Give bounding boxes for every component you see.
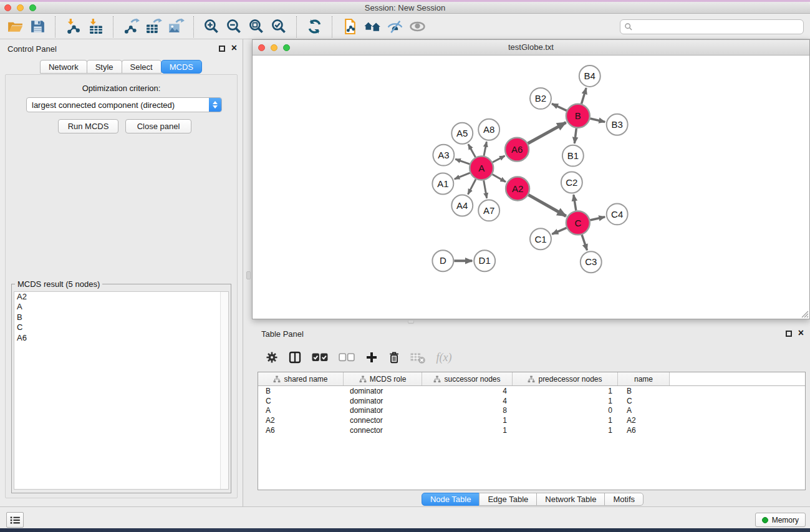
search-field[interactable] xyxy=(620,19,804,34)
column-header-mcds-role[interactable]: MCDS role xyxy=(344,372,422,385)
node-B4[interactable]: B4 xyxy=(579,65,600,87)
table-row[interactable]: Adominator80A xyxy=(258,405,805,415)
edge-A-A7[interactable] xyxy=(484,180,487,198)
edge-B-B3[interactable] xyxy=(590,118,605,122)
new-network-icon[interactable] xyxy=(339,17,361,37)
hide-details-icon[interactable] xyxy=(383,17,406,37)
node-B1[interactable]: B1 xyxy=(562,145,584,167)
network-graph[interactable]: AA1A3A5A8A4A7A6A2BB1B2B3B4CC1C2C3C4DD1 xyxy=(253,56,809,319)
open-session-icon[interactable] xyxy=(4,17,26,37)
import-table-icon[interactable] xyxy=(84,17,107,37)
edge-B-B4[interactable] xyxy=(582,88,587,104)
column-header-predecessor-nodes[interactable]: predecessor nodes xyxy=(513,372,618,385)
node-A3[interactable]: A3 xyxy=(433,145,454,166)
node-B3[interactable]: B3 xyxy=(607,114,628,135)
node-C[interactable]: C xyxy=(566,211,590,235)
show-details-icon[interactable] xyxy=(406,17,428,37)
tab-select[interactable]: Select xyxy=(122,60,162,74)
refresh-icon[interactable] xyxy=(303,17,325,37)
run-mcds-button[interactable]: Run MCDS xyxy=(58,119,118,133)
edge-A-A1[interactable] xyxy=(455,173,470,179)
node-A2[interactable]: A2 xyxy=(506,177,529,201)
mcds-result-item[interactable]: A2 xyxy=(14,292,228,302)
export-network-icon[interactable] xyxy=(120,17,142,37)
tab-edge-table[interactable]: Edge Table xyxy=(479,493,537,506)
node-C2[interactable]: C2 xyxy=(561,172,582,193)
edge-B-B1[interactable] xyxy=(574,128,576,143)
edge-A-A8[interactable] xyxy=(484,142,486,156)
minimize-network-window-button[interactable] xyxy=(271,44,277,51)
mcds-result-item[interactable]: C xyxy=(14,322,228,332)
edge-C-C3[interactable] xyxy=(582,235,587,250)
node-A1[interactable]: A1 xyxy=(432,173,453,195)
table-row[interactable]: A6connector11A6 xyxy=(258,425,805,435)
add-column-icon[interactable] xyxy=(365,349,378,365)
table-row[interactable]: A2connector11A2 xyxy=(258,415,805,425)
show-columns-icon[interactable] xyxy=(289,349,301,365)
node-A6[interactable]: A6 xyxy=(505,138,529,162)
memory-button[interactable]: Memory xyxy=(755,513,806,527)
table-row[interactable]: Cdominator41C xyxy=(258,396,805,406)
node-A5[interactable]: A5 xyxy=(451,123,473,144)
edge-C-C4[interactable] xyxy=(590,217,605,220)
select-all-icon[interactable] xyxy=(312,349,328,365)
import-network-icon[interactable] xyxy=(62,17,84,37)
mcds-result-list[interactable]: A2ABCA6 xyxy=(14,291,229,490)
node-C1[interactable]: C1 xyxy=(530,228,551,249)
column-header-shared-name[interactable]: shared name xyxy=(258,372,344,385)
edge-A2-C[interactable] xyxy=(528,195,566,216)
network-canvas[interactable]: AA1A3A5A8A4A7A6A2BB1B2B3B4CC1C2C3C4DD1 xyxy=(253,56,809,319)
edge-A-A3[interactable] xyxy=(455,159,470,164)
tab-node-table[interactable]: Node Table xyxy=(422,493,480,506)
edge-B-B2[interactable] xyxy=(552,104,567,110)
tab-network-table[interactable]: Network Table xyxy=(536,493,605,506)
edge-A-A4[interactable] xyxy=(468,179,476,194)
edge-A6-B[interactable] xyxy=(528,122,566,143)
mcds-list-scrollbar[interactable] xyxy=(220,292,228,489)
save-session-icon[interactable] xyxy=(26,17,49,37)
node-D[interactable]: D xyxy=(432,250,453,271)
zoom-out-icon[interactable] xyxy=(223,17,245,37)
node-C3[interactable]: C3 xyxy=(581,251,602,273)
zoom-network-window-button[interactable] xyxy=(283,44,290,51)
column-header-name[interactable]: name xyxy=(618,372,670,385)
close-panel-icon[interactable] xyxy=(231,44,237,52)
tab-style[interactable]: Style xyxy=(87,60,122,74)
delete-column-icon[interactable] xyxy=(388,349,400,365)
network-window-titlebar[interactable]: testGlobe.txt xyxy=(253,40,809,56)
edge-A-A2[interactable] xyxy=(493,174,506,181)
node-B2[interactable]: B2 xyxy=(530,88,551,109)
node-D1[interactable]: D1 xyxy=(474,250,495,271)
float-table-panel-icon[interactable] xyxy=(786,331,792,337)
export-table-icon[interactable] xyxy=(142,17,165,37)
zoom-selected-icon[interactable] xyxy=(268,17,290,37)
zoom-in-icon[interactable] xyxy=(200,17,223,37)
close-window-button[interactable] xyxy=(4,4,11,11)
table-mode-icon[interactable] xyxy=(266,349,278,365)
node-A[interactable]: A xyxy=(470,157,493,180)
mcds-result-item[interactable]: B xyxy=(14,312,228,322)
home-icon[interactable] xyxy=(361,17,383,37)
edge-A-A6[interactable] xyxy=(493,156,505,162)
edge-C-C2[interactable] xyxy=(574,195,576,210)
edge-C-C1[interactable] xyxy=(552,228,566,234)
edge-A-A5[interactable] xyxy=(468,144,476,157)
zoom-fit-icon[interactable] xyxy=(245,17,268,37)
deselect-all-icon[interactable] xyxy=(339,349,355,365)
tab-motifs[interactable]: Motifs xyxy=(604,493,644,506)
tab-network[interactable]: Network xyxy=(40,60,87,74)
node-A4[interactable]: A4 xyxy=(451,195,473,216)
resize-grip-icon[interactable] xyxy=(801,310,809,318)
tab-mcds[interactable]: MCDS xyxy=(161,60,202,74)
close-panel-button[interactable]: Close panel xyxy=(125,119,191,133)
float-panel-icon[interactable] xyxy=(219,46,225,52)
mcds-result-item[interactable]: A6 xyxy=(14,333,228,343)
export-image-icon[interactable] xyxy=(165,17,187,37)
column-header-successor-nodes[interactable]: successor nodes xyxy=(422,372,513,385)
minimize-window-button[interactable] xyxy=(17,4,24,11)
close-table-panel-icon[interactable] xyxy=(798,329,804,337)
task-history-button[interactable] xyxy=(6,512,24,528)
zoom-window-button[interactable] xyxy=(29,4,36,11)
search-input[interactable] xyxy=(633,21,799,33)
table-row[interactable]: Bdominator41B xyxy=(258,386,805,396)
